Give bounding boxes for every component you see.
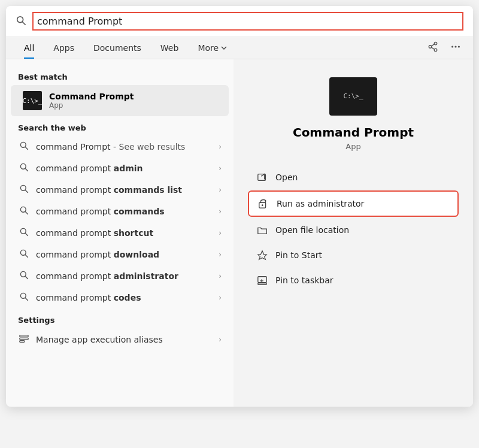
action-open-label: Open <box>275 172 298 182</box>
svg-point-3 <box>434 49 437 52</box>
svg-point-22 <box>20 271 26 277</box>
action-run-as-admin[interactable]: Run as administrator <box>248 190 459 217</box>
tab-more[interactable]: More <box>189 37 236 59</box>
search-web-icon <box>18 205 30 217</box>
list-item[interactable]: command prompt administrator › <box>8 265 231 287</box>
taskbar-icon <box>256 274 268 286</box>
action-list: Open Run as administrator <box>248 165 459 292</box>
search-web-icon <box>18 162 30 174</box>
action-open[interactable]: Open <box>248 165 459 189</box>
search-web-title: Search the web <box>6 116 234 136</box>
search-web-icon <box>18 141 30 153</box>
search-panel: All Apps Documents Web More <box>6 6 473 407</box>
chevron-right-icon: › <box>219 293 222 302</box>
search-item-text: command prompt shortcut <box>36 228 213 238</box>
svg-line-11 <box>25 147 28 149</box>
svg-line-6 <box>432 47 435 49</box>
best-match-title: Best match <box>6 69 234 85</box>
svg-point-14 <box>20 185 26 190</box>
search-web-icon <box>18 292 30 304</box>
search-item-text: command Prompt - See web results <box>36 142 213 152</box>
chevron-right-icon: › <box>219 272 222 280</box>
svg-rect-26 <box>20 335 28 337</box>
svg-point-12 <box>20 164 26 169</box>
svg-point-31 <box>262 204 263 206</box>
chevron-right-icon: › <box>219 207 222 216</box>
svg-rect-33 <box>258 283 266 285</box>
list-item[interactable]: command prompt admin › <box>8 158 231 179</box>
svg-point-20 <box>20 250 26 255</box>
chevron-right-icon: › <box>219 229 222 237</box>
share-icon[interactable] <box>425 39 441 57</box>
svg-line-17 <box>25 211 28 214</box>
svg-line-1 <box>23 22 26 25</box>
search-item-text: command prompt download <box>36 250 213 259</box>
action-pin-start[interactable]: Pin to Start <box>248 243 459 267</box>
list-item[interactable]: command prompt codes › <box>8 287 231 308</box>
svg-point-10 <box>20 142 26 147</box>
chevron-right-icon: › <box>219 186 222 194</box>
action-open-file-location[interactable]: Open file location <box>248 218 459 242</box>
settings-manage-icon <box>18 333 30 346</box>
list-item[interactable]: command prompt download › <box>8 244 231 265</box>
list-item[interactable]: command prompt commands list › <box>8 179 231 201</box>
chevron-right-icon: › <box>219 335 222 344</box>
tab-web[interactable]: Web <box>152 37 187 59</box>
svg-point-7 <box>451 46 453 47</box>
list-item[interactable]: command prompt shortcut › <box>8 222 231 244</box>
more-options-icon[interactable] <box>448 39 463 57</box>
search-item-text: command prompt commands list <box>36 185 213 195</box>
svg-rect-32 <box>258 277 266 283</box>
best-match-info: Command Prompt App <box>49 92 134 110</box>
tab-more-label: More <box>198 43 219 53</box>
main-content: Best match C:\>_ Command Prompt App Sear… <box>6 59 473 407</box>
svg-point-18 <box>20 228 26 234</box>
right-panel-app-name: Command Prompt <box>293 125 414 140</box>
best-match-name: Command Prompt <box>49 92 134 101</box>
search-item-text: command prompt commands <box>36 207 213 216</box>
chevron-right-icon: › <box>219 143 222 151</box>
pin-icon <box>256 249 268 261</box>
best-match-item[interactable]: C:\>_ Command Prompt App <box>11 85 229 116</box>
svg-point-8 <box>454 46 456 47</box>
list-item[interactable]: command prompt commands › <box>8 201 231 222</box>
svg-line-21 <box>25 255 28 257</box>
svg-line-5 <box>432 44 435 46</box>
left-panel: Best match C:\>_ Command Prompt App Sear… <box>6 59 234 407</box>
svg-line-23 <box>25 276 28 279</box>
right-panel-app-type: App <box>345 142 360 151</box>
search-item-text: command prompt administrator <box>36 271 213 281</box>
svg-point-9 <box>458 46 460 47</box>
svg-point-2 <box>434 42 437 45</box>
chevron-down-icon <box>220 44 228 52</box>
settings-item[interactable]: Manage app execution aliases › <box>8 328 231 351</box>
search-web-icon <box>18 227 30 239</box>
open-icon <box>256 171 268 183</box>
svg-line-19 <box>25 233 28 235</box>
tab-apps[interactable]: Apps <box>45 37 83 59</box>
action-file-location-label: Open file location <box>275 225 349 235</box>
admin-icon <box>257 198 269 210</box>
svg-point-24 <box>20 293 26 298</box>
search-web-icon <box>18 184 30 196</box>
list-item[interactable]: command Prompt - See web results › <box>8 136 231 158</box>
search-web-icon <box>18 270 30 282</box>
search-icon <box>16 15 26 28</box>
settings-manage-label: Manage app execution aliases <box>36 335 213 344</box>
tab-documents[interactable]: Documents <box>85 37 150 59</box>
svg-line-25 <box>25 298 28 300</box>
settings-title: Settings <box>6 308 234 328</box>
best-match-type: App <box>49 101 134 110</box>
app-preview-icon: C:\>_ <box>329 77 377 116</box>
svg-point-0 <box>17 16 23 22</box>
search-input[interactable] <box>32 12 463 31</box>
action-pin-taskbar[interactable]: Pin to taskbar <box>248 268 459 292</box>
svg-point-4 <box>429 46 432 49</box>
folder-icon <box>256 224 268 236</box>
action-pin-start-label: Pin to Start <box>275 250 322 260</box>
search-item-text: command prompt admin <box>36 164 213 173</box>
cmd-app-icon: C:\>_ <box>23 91 42 110</box>
svg-line-13 <box>25 168 28 171</box>
tab-all[interactable]: All <box>16 37 43 59</box>
svg-point-16 <box>20 207 26 212</box>
